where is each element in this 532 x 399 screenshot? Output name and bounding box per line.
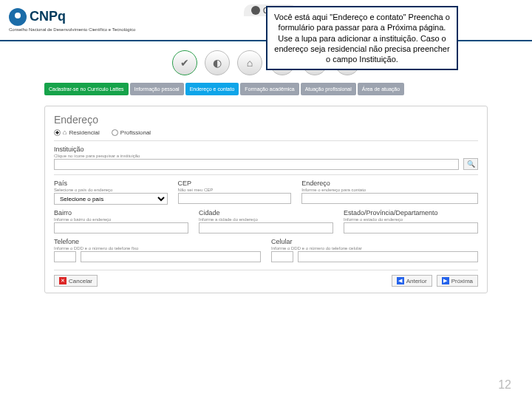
- callout-text: Você está aqui "Endereço e contato" Pree…: [274, 13, 450, 64]
- step-person-icon: ◐: [205, 50, 230, 75]
- cep-hint: Não sei meu CEP: [178, 188, 292, 192]
- instituicao-search-button[interactable]: 🔍: [463, 158, 478, 170]
- bairro-label: Bairro: [54, 209, 188, 216]
- cidade-hint: Informe a cidade do endereço: [199, 217, 333, 222]
- close-icon: ✕: [59, 277, 66, 284]
- arrow-right-icon: ▶: [442, 277, 449, 284]
- curriculo-icon: [251, 6, 260, 15]
- telefone-num-input[interactable]: [81, 251, 261, 262]
- instruction-callout: Você está aqui "Endereço e contato" Pree…: [266, 6, 458, 70]
- instituicao-label: Instituição: [54, 146, 459, 153]
- logo-area: CNPq Conselho Nacional de Desenvolviment…: [9, 8, 135, 33]
- anterior-button[interactable]: ◀Anterior: [392, 275, 432, 287]
- home-icon: ⌂: [63, 129, 66, 136]
- pais-hint: Selecione o país do endereço: [54, 188, 168, 192]
- tab-formacao[interactable]: Formação acadêmica: [240, 83, 299, 95]
- endereco-hint: Informe o endereço para contato: [301, 188, 478, 192]
- estado-hint: Informe o estado do endereço: [344, 217, 478, 222]
- celular-label: Celular: [271, 238, 478, 245]
- search-icon: 🔍: [467, 160, 475, 168]
- celular-num-input[interactable]: [298, 251, 478, 262]
- celular-ddd-input[interactable]: [271, 251, 293, 262]
- section-endereco-title: Endereço: [54, 114, 478, 126]
- step-check-icon: ✔: [172, 50, 197, 75]
- cidade-label: Cidade: [199, 209, 333, 216]
- telefone-hint: Informe o DDD e o número do telefone fix…: [54, 246, 261, 250]
- instituicao-input[interactable]: [54, 159, 459, 170]
- tab-cadastrar[interactable]: Cadastrar-se no Currículo Lattes: [44, 83, 129, 95]
- tab-info-pessoal[interactable]: Informação pessoal: [130, 83, 184, 95]
- page-number: 12: [498, 378, 511, 392]
- arrow-left-icon: ◀: [397, 277, 404, 284]
- pais-label: País: [54, 180, 168, 187]
- tab-endereco[interactable]: Endereço e contato: [185, 83, 239, 95]
- radio-dot-icon: [112, 129, 118, 136]
- form-footer: ✕Cancelar ◀Anterior ▶Próxima: [54, 270, 478, 287]
- tab-area[interactable]: Área de atuação: [358, 83, 404, 95]
- cnpq-logo-icon: [9, 8, 27, 26]
- radio-residencial[interactable]: ⌂Residencial: [54, 129, 100, 136]
- address-type-row: ⌂Residencial Profissional: [54, 129, 478, 136]
- cancelar-button[interactable]: ✕Cancelar: [54, 275, 98, 287]
- celular-hint: Informe o DDD e o número do telefone cel…: [271, 246, 478, 250]
- endereco-input[interactable]: [301, 193, 478, 204]
- form-card: Endereço ⌂Residencial Profissional Insti…: [44, 106, 488, 293]
- instituicao-hint: Clique no ícone para pesquisar a institu…: [54, 154, 459, 158]
- cidade-input[interactable]: [199, 222, 333, 233]
- radio-profissional[interactable]: Profissional: [112, 129, 151, 136]
- radio-dot-icon: [54, 129, 61, 136]
- endereco-label: Endereço: [301, 180, 478, 187]
- estado-label: Estado/Província/Departamento: [344, 209, 478, 216]
- bairro-hint: Informe o bairro do endereço: [54, 217, 188, 222]
- telefone-label: Telefone: [54, 238, 261, 245]
- wizard-tabs: Cadastrar-se no Currículo Lattes Informa…: [0, 83, 532, 95]
- cep-input[interactable]: [178, 193, 292, 204]
- cep-label: CEP: [178, 180, 292, 187]
- telefone-ddd-input[interactable]: [54, 251, 76, 262]
- proxima-button[interactable]: ▶Próxima: [437, 275, 478, 287]
- pais-select[interactable]: Selecione o país: [54, 193, 168, 205]
- step-home-icon: ⌂: [237, 50, 262, 75]
- tab-atuacao[interactable]: Atuação profissional: [301, 83, 356, 95]
- estado-input[interactable]: [344, 222, 478, 233]
- bairro-input[interactable]: [54, 222, 188, 233]
- logo-text: CNPq: [30, 9, 66, 24]
- logo-subtitle: Conselho Nacional de Desenvolvimento Cie…: [9, 27, 135, 33]
